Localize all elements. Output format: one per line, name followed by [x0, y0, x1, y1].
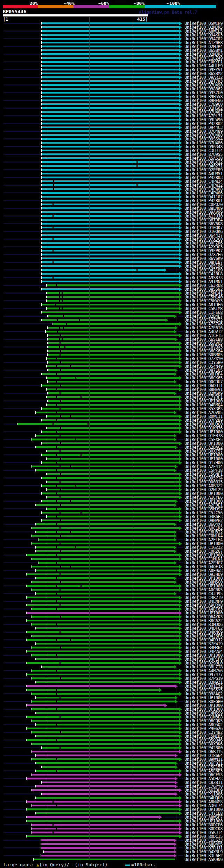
hit-bar[interactable] — [42, 196, 179, 198]
hit-bar[interactable] — [42, 477, 179, 479]
hit-bar[interactable] — [42, 38, 179, 40]
hit-bar[interactable] — [36, 681, 179, 683]
hit-bar[interactable] — [47, 365, 179, 367]
hit-bar[interactable] — [47, 396, 179, 398]
hit-bar[interactable] — [47, 481, 179, 483]
hit-bar[interactable] — [42, 184, 179, 186]
hit-bar[interactable] — [48, 350, 179, 352]
hit-bar[interactable] — [42, 223, 179, 225]
hit-bar[interactable] — [42, 288, 179, 290]
hit-bar[interactable] — [53, 323, 179, 325]
hit-bar[interactable] — [36, 712, 179, 714]
hit-bar[interactable] — [47, 388, 179, 390]
hit-bar[interactable] — [47, 489, 179, 490]
hit-bar[interactable] — [47, 292, 179, 294]
hit-bar[interactable] — [42, 408, 179, 409]
hit-bar[interactable] — [46, 331, 174, 332]
hit-bar[interactable] — [42, 142, 179, 144]
hit-bar[interactable] — [31, 720, 179, 722]
hit-bar[interactable] — [31, 758, 179, 760]
hit-bar[interactable] — [42, 138, 179, 140]
hit-bar[interactable] — [42, 188, 179, 190]
hit-bar[interactable] — [42, 385, 179, 386]
hit-bar[interactable] — [42, 462, 179, 463]
hit-bar[interactable] — [36, 658, 179, 660]
hit-bar[interactable] — [31, 616, 179, 618]
hit-bar[interactable] — [42, 161, 179, 163]
hit-bar[interactable] — [48, 361, 179, 363]
hit-bar[interactable] — [42, 500, 175, 502]
hit-bar[interactable] — [42, 242, 179, 244]
hit-bar[interactable] — [27, 778, 175, 779]
hit-label[interactable]: UniRef100_A5K9N9 — [184, 858, 223, 862]
hit-bar[interactable] — [27, 801, 179, 802]
hit-bar[interactable] — [42, 130, 179, 132]
hit-bar[interactable] — [31, 805, 179, 806]
hit-bar[interactable] — [18, 423, 179, 425]
hit-bar[interactable] — [31, 743, 179, 745]
hit-bar[interactable] — [42, 65, 179, 67]
hit-bar[interactable] — [47, 496, 179, 498]
hit-bar[interactable] — [27, 631, 179, 633]
hit-bar[interactable] — [42, 150, 179, 151]
hit-bar[interactable] — [48, 335, 179, 336]
hit-bar[interactable] — [42, 277, 179, 278]
hit-bar[interactable] — [42, 234, 179, 236]
hit-bar[interactable] — [27, 808, 179, 810]
hit-bar[interactable] — [31, 832, 179, 833]
hit-bar[interactable] — [36, 643, 179, 645]
hit-bar[interactable] — [36, 435, 174, 436]
hit-bar[interactable] — [42, 73, 179, 74]
hit-bar[interactable] — [42, 80, 179, 82]
hit-bar[interactable] — [27, 554, 179, 556]
hit-bar[interactable] — [42, 781, 175, 783]
hit-bar[interactable] — [44, 851, 174, 853]
hit-bar[interactable] — [36, 697, 175, 698]
hit-bar[interactable] — [36, 627, 179, 629]
hit-bar[interactable] — [31, 670, 179, 671]
hit-bar[interactable] — [42, 485, 179, 487]
hit-bar[interactable] — [31, 608, 179, 610]
hit-bar[interactable] — [31, 589, 179, 591]
hit-bar[interactable] — [41, 839, 174, 841]
hit-bar[interactable] — [48, 338, 175, 340]
hit-bar[interactable] — [36, 724, 179, 725]
hit-bar[interactable] — [31, 789, 179, 791]
hit-bar[interactable] — [42, 34, 179, 36]
hit-bar[interactable] — [48, 381, 174, 383]
hit-bar[interactable] — [42, 180, 179, 182]
hit-bar[interactable] — [48, 369, 175, 371]
hit-bar[interactable] — [42, 492, 179, 494]
hit-bar[interactable] — [42, 246, 179, 248]
hit-bar[interactable] — [31, 751, 179, 752]
hit-bar[interactable] — [36, 504, 174, 506]
hit-bar[interactable] — [42, 61, 179, 63]
hit-bar[interactable] — [42, 157, 179, 159]
hit-bar[interactable] — [42, 269, 164, 271]
hit-bar[interactable] — [42, 46, 179, 47]
hit-bar[interactable] — [48, 354, 179, 356]
hit-bar[interactable] — [47, 377, 179, 379]
hit-bar[interactable] — [42, 96, 179, 97]
hit-bar[interactable] — [36, 570, 179, 571]
hit-bar[interactable] — [42, 22, 179, 24]
hit-bar[interactable] — [31, 600, 179, 602]
hit-bar[interactable] — [36, 797, 179, 799]
hit-bar[interactable] — [31, 654, 179, 656]
hit-bar[interactable] — [42, 419, 179, 421]
hit-bar[interactable] — [48, 400, 179, 402]
hit-bar[interactable] — [42, 254, 179, 255]
hit-bar[interactable] — [31, 708, 179, 710]
hit-bar[interactable] — [27, 728, 179, 729]
hit-bar[interactable] — [48, 327, 175, 329]
hit-bar[interactable] — [42, 281, 179, 282]
hit-bar[interactable] — [42, 111, 179, 113]
hit-bar[interactable] — [42, 512, 179, 514]
hit-bar[interactable] — [42, 227, 179, 228]
hit-bar[interactable] — [42, 666, 174, 668]
hit-bar[interactable] — [38, 562, 174, 564]
hit-bar[interactable] — [42, 169, 179, 171]
hit-bar[interactable] — [31, 535, 174, 537]
hit-bar[interactable] — [31, 647, 179, 648]
hit-bar[interactable] — [27, 612, 179, 614]
